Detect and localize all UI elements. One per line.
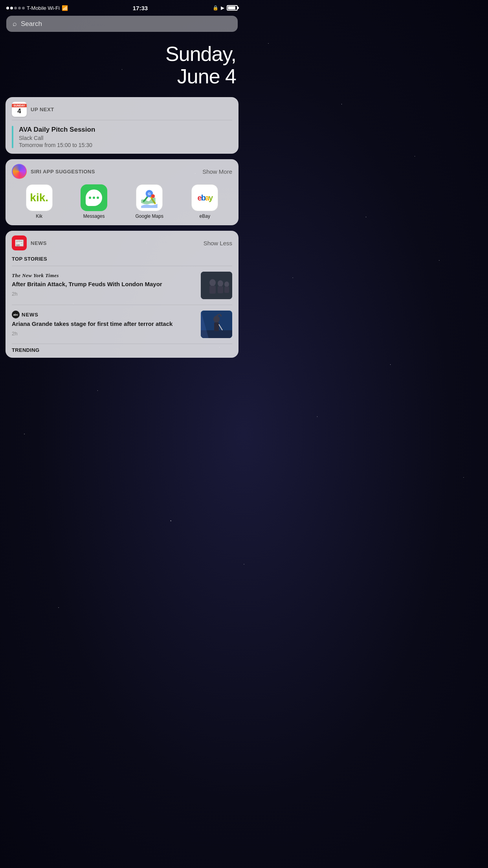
news-article-1-content: The New York Times After Britain Attack,… <box>12 272 196 296</box>
search-bar[interactable]: ⌕ Search <box>6 16 238 32</box>
messages-bubble <box>86 189 102 206</box>
kik-logo: kik. <box>30 191 48 204</box>
news-source-2: abc NEWS <box>12 311 196 318</box>
svg-rect-12 <box>224 287 229 293</box>
lock-icon: 🔒 <box>213 5 218 11</box>
date-section: Sunday, June 4 <box>0 35 244 97</box>
news-thumb-1 <box>201 272 232 299</box>
wifi-icon: 📶 <box>62 5 68 11</box>
googlemaps-label: Google Maps <box>136 213 163 219</box>
news-article-2[interactable]: abc NEWS Ariana Grande takes stage for f… <box>6 305 238 344</box>
signal-dot-4 <box>18 7 21 9</box>
up-next-header: Sunday 4 UP NEXT <box>6 97 238 120</box>
messages-dots <box>89 197 99 199</box>
news-article-1[interactable]: The New York Times After Britain Attack,… <box>6 266 238 305</box>
status-right: 🔒 ▶ <box>213 5 238 11</box>
messages-icon <box>81 184 107 211</box>
siri-app-ebay[interactable]: ebay eBay <box>191 184 218 219</box>
signal-dot-2 <box>10 7 13 9</box>
event-subtitle: Slack Call <box>19 135 232 141</box>
abc-circle: abc <box>12 311 20 318</box>
news-source-1: The New York Times <box>12 272 196 279</box>
ebay-logo: ebay <box>198 193 213 202</box>
abc-inner: abc <box>13 313 18 316</box>
siri-icon <box>12 164 27 179</box>
siri-app-kik[interactable]: kik. Kik <box>26 184 53 219</box>
status-bar: T-Mobile Wi-Fi 📶 17:33 🔒 ▶ <box>0 0 244 14</box>
svg-point-15 <box>213 316 220 323</box>
carrier-label: T-Mobile Wi-Fi <box>27 5 60 11</box>
battery-indicator <box>227 5 238 11</box>
svg-rect-8 <box>209 286 216 294</box>
messages-label: Messages <box>83 213 105 219</box>
location-icon: ▶ <box>221 5 224 11</box>
googlemaps-icon: G <box>136 184 163 211</box>
news-title-1: After Britain Attack, Trump Feuds With L… <box>12 280 196 288</box>
news-header-left: 📰 NEWS <box>12 235 47 250</box>
news-widget: 📰 NEWS Show Less TOP STORIES The New Yor… <box>6 231 238 358</box>
news-time-2: 2h <box>12 331 196 337</box>
up-next-label: UP NEXT <box>31 107 54 112</box>
signal-dot-5 <box>22 7 25 9</box>
event-time: Tomorrow from 15:00 to 15:30 <box>19 142 232 148</box>
svg-point-11 <box>224 281 229 287</box>
show-more-button[interactable]: Show More <box>202 168 232 175</box>
siri-app-googlemaps[interactable]: G Google Maps <box>136 184 163 219</box>
googlemaps-svg: G <box>139 188 160 208</box>
news-icon-symbol: 📰 <box>15 238 24 248</box>
date-line1: Sunday, <box>8 43 236 65</box>
svg-rect-10 <box>218 286 223 293</box>
search-placeholder-text: Search <box>21 20 42 28</box>
abc-news-text: NEWS <box>22 312 39 318</box>
cal-month: Sunday <box>12 104 27 107</box>
siri-suggestions-widget: SIRI APP SUGGESTIONS Show More kik. Kik <box>6 159 238 225</box>
signal-dot-3 <box>14 7 17 9</box>
news-header: 📰 NEWS Show Less <box>6 231 238 254</box>
svg-rect-16 <box>214 322 219 331</box>
cal-day: 4 <box>17 107 21 115</box>
kik-icon: kik. <box>26 184 53 211</box>
status-time: 17:33 <box>133 5 148 11</box>
siri-label: SIRI APP SUGGESTIONS <box>31 169 95 175</box>
up-next-widget: Sunday 4 UP NEXT AVA Daily Pitch Session… <box>6 97 238 154</box>
search-icon: ⌕ <box>13 20 17 28</box>
siri-app-messages[interactable]: Messages <box>81 184 107 219</box>
news-label: NEWS <box>31 240 47 246</box>
signal-dot-1 <box>6 7 9 9</box>
ebay-icon: ebay <box>191 184 218 211</box>
news-title-2: Ariana Grande takes stage for first time… <box>12 320 196 328</box>
top-stories-label: TOP STORIES <box>6 254 238 266</box>
status-left: T-Mobile Wi-Fi 📶 <box>6 5 68 11</box>
svg-text:G: G <box>148 192 151 196</box>
calendar-icon: Sunday 4 <box>12 102 27 117</box>
news-app-icon: 📰 <box>12 235 27 250</box>
thumb-ariana-image <box>201 311 232 338</box>
siri-apps-row: kik. Kik Messages <box>6 183 238 225</box>
siri-header-left: SIRI APP SUGGESTIONS <box>12 164 95 179</box>
date-line2: June 4 <box>8 65 236 88</box>
show-less-button[interactable]: Show Less <box>204 240 232 246</box>
event-details: AVA Daily Pitch Session Slack Call Tomor… <box>19 126 232 148</box>
ebay-label: eBay <box>200 213 210 219</box>
news-thumb-2 <box>201 311 232 338</box>
news-article-2-content: abc NEWS Ariana Grande takes stage for f… <box>12 311 196 336</box>
event-color-bar <box>12 126 13 148</box>
trending-label: TRENDING <box>6 344 238 358</box>
siri-header: SIRI APP SUGGESTIONS Show More <box>6 159 238 183</box>
news-time-1: 2h <box>12 291 196 297</box>
signal-dots <box>6 7 25 9</box>
svg-point-9 <box>218 280 223 287</box>
thumb-trump-image <box>201 272 232 299</box>
svg-point-7 <box>209 279 216 286</box>
event-title: AVA Daily Pitch Session <box>19 126 232 134</box>
up-next-event[interactable]: AVA Daily Pitch Session Slack Call Tomor… <box>6 120 238 154</box>
nyt-logo: The New York Times <box>12 272 59 278</box>
kik-label: Kik <box>36 213 42 219</box>
